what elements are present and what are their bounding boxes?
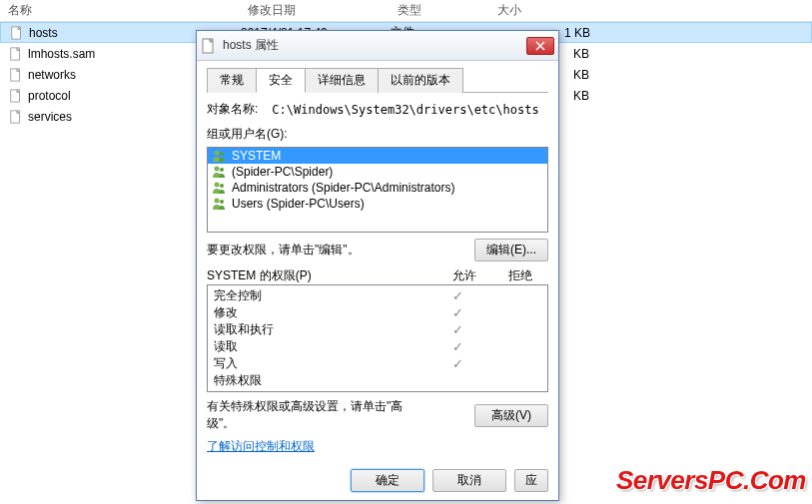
file-name: lmhosts.sam	[28, 47, 95, 61]
svg-point-10	[215, 183, 220, 188]
file-name: hosts	[29, 26, 58, 40]
group-item[interactable]: SYSTEM	[208, 148, 547, 164]
users-icon	[212, 165, 228, 179]
file-icon	[8, 67, 24, 83]
group-item[interactable]: Users (Spider-PC\Users)	[208, 196, 547, 212]
file-icon	[9, 25, 25, 41]
file-icon	[8, 109, 24, 125]
perm-deny-header: 拒绝	[492, 267, 548, 284]
advanced-hint: 有关特殊权限或高级设置，请单击"高级"。	[207, 398, 426, 432]
file-icon	[8, 88, 24, 104]
permissions-list: 完全控制 ✓ 修改 ✓ 读取和执行 ✓ 读取 ✓ 写入 ✓ 特殊权限	[207, 284, 548, 392]
edit-hint: 要更改权限，请单击"编辑"。	[207, 242, 360, 258]
advanced-button[interactable]: 高级(V)	[474, 404, 548, 427]
group-item[interactable]: Administrators (Spider-PC\Administrators…	[208, 180, 547, 196]
permission-name: 读取和执行	[214, 321, 429, 338]
allow-check: ✓	[429, 305, 485, 320]
allow-check: ✓	[429, 288, 485, 303]
header-name[interactable]: 名称	[0, 0, 240, 21]
apply-button[interactable]: 应	[514, 469, 548, 492]
file-name: protocol	[28, 89, 71, 103]
svg-point-12	[215, 199, 220, 204]
close-button[interactable]	[526, 37, 554, 55]
dialog-body: 常规安全详细信息以前的版本 对象名称: C:\Windows\System32\…	[197, 61, 558, 500]
allow-check: ✓	[429, 339, 485, 354]
group-list[interactable]: SYSTEM (Spider-PC\Spider)Administrators …	[207, 147, 548, 233]
allow-check: ✓	[429, 322, 485, 337]
svg-point-6	[215, 151, 220, 156]
object-path: C:\Windows\System32\drivers\etc\hosts	[272, 103, 538, 117]
svg-point-9	[220, 168, 224, 172]
group-name: Administrators (Spider-PC\Administrators…	[232, 181, 454, 195]
tab-strip: 常规安全详细信息以前的版本	[207, 67, 548, 93]
object-name-label: 对象名称:	[207, 101, 258, 118]
permission-name: 读取	[214, 338, 429, 355]
users-icon	[212, 149, 228, 163]
ok-button[interactable]: 确定	[351, 469, 424, 492]
groups-label: 组或用户名(G):	[207, 126, 288, 143]
learn-link[interactable]: 了解访问控制和权限	[207, 438, 315, 455]
header-date[interactable]: 修改日期	[240, 0, 390, 21]
permission-row: 特殊权限	[214, 372, 541, 389]
column-headers: 名称 修改日期 类型 大小	[0, 0, 812, 22]
group-name: Users (Spider-PC\Users)	[232, 197, 365, 211]
allow-check: ✓	[429, 356, 485, 371]
group-item[interactable]: (Spider-PC\Spider)	[208, 164, 547, 180]
file-icon	[8, 46, 24, 62]
permission-name: 特殊权限	[214, 372, 429, 389]
permission-row: 修改 ✓	[214, 304, 541, 321]
perm-allow-header: 允许	[436, 267, 492, 284]
properties-dialog: hosts 属性 常规安全详细信息以前的版本 对象名称: C:\Windows\…	[196, 30, 559, 501]
tab[interactable]: 详细信息	[305, 68, 379, 93]
svg-point-8	[215, 167, 220, 172]
edit-button[interactable]: 编辑(E)...	[474, 239, 548, 261]
file-name: networks	[28, 68, 76, 82]
header-size[interactable]: 大小	[489, 0, 589, 21]
group-name: SYSTEM	[232, 149, 281, 163]
permission-name: 修改	[214, 304, 429, 321]
tab[interactable]: 常规	[207, 68, 257, 93]
tab[interactable]: 安全	[256, 68, 306, 93]
header-type[interactable]: 类型	[390, 0, 489, 21]
dialog-title: hosts 属性	[223, 37, 526, 54]
permission-row: 读取和执行 ✓	[214, 321, 541, 338]
cancel-button[interactable]: 取消	[432, 469, 506, 492]
perm-label: SYSTEM 的权限(P)	[207, 267, 436, 284]
group-name: (Spider-PC\Spider)	[232, 165, 333, 179]
users-icon	[212, 181, 228, 195]
users-icon	[212, 197, 228, 211]
svg-point-7	[220, 152, 224, 156]
tab[interactable]: 以前的版本	[378, 68, 463, 93]
watermark: ServersPC.Com	[616, 465, 806, 496]
file-icon	[201, 38, 217, 54]
permission-name: 写入	[214, 355, 429, 372]
permission-row: 完全控制 ✓	[214, 287, 541, 304]
file-name: services	[28, 110, 72, 124]
permission-row: 读取 ✓	[214, 338, 541, 355]
permission-row: 写入 ✓	[214, 355, 541, 372]
svg-point-13	[220, 200, 224, 204]
titlebar[interactable]: hosts 属性	[197, 31, 558, 61]
svg-point-11	[220, 184, 224, 188]
permission-name: 完全控制	[214, 287, 429, 304]
